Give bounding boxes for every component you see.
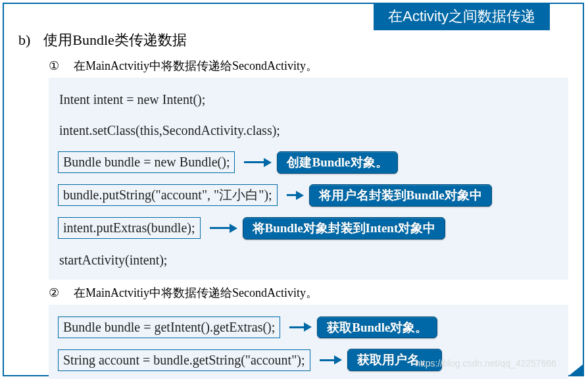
bubble-put-account: 将用户名封装到Bundle对象中 bbox=[309, 184, 492, 207]
arrow-icon bbox=[287, 191, 304, 200]
step2-row: ② 在MainActvitiy中将数据传递给SecondActivity。 bbox=[49, 285, 568, 301]
watermark: https://blog.csdn.net/qq_42257666 bbox=[415, 358, 556, 368]
title-banner: 在Activity之间数据传递 bbox=[374, 3, 550, 30]
code1-l1: Intent intent = new Intent(); bbox=[58, 89, 207, 110]
bubble-put-extras: 将Bundle对象封装到Intent对象中 bbox=[243, 217, 446, 240]
bubble-create-bundle: 创建Bundle对象。 bbox=[277, 151, 397, 174]
code1-l4: bundle.putString("account", "江小白"); bbox=[58, 184, 278, 206]
heading-text: 使用Bundle类传递数据 bbox=[43, 30, 187, 50]
code1-l5: intent.putExtras(bundle); bbox=[58, 217, 201, 239]
code2-l1: Bundle bundle = getIntent().getExtras(); bbox=[58, 316, 280, 338]
arrow-icon bbox=[320, 355, 342, 365]
code1-l3: Bundle bundle = new Bundle(); bbox=[58, 151, 235, 173]
step2-number: ② bbox=[49, 286, 59, 300]
step1-text: 在MainActvitiy中将数据传递给SecondActivity。 bbox=[74, 58, 318, 74]
code-block-1: Intent intent = new Intent(); intent.set… bbox=[49, 78, 568, 280]
arrow-icon bbox=[210, 224, 237, 233]
bubble-get-bundle: 获取Bundle对象。 bbox=[317, 316, 437, 339]
code1-l2: intent.setClass(this,SecondActivity.clas… bbox=[58, 120, 282, 141]
heading-label: b) bbox=[18, 32, 30, 49]
arrow-icon bbox=[289, 322, 312, 332]
code2-l2: String account = bundle.getString("accou… bbox=[58, 349, 310, 371]
step2-text: 在MainActvitiy中将数据传递给SecondActivity。 bbox=[74, 285, 318, 301]
arrow-icon bbox=[244, 158, 272, 167]
code1-l6: startActivity(intent); bbox=[58, 250, 168, 270]
corner-decoration bbox=[570, 365, 583, 375]
step1-row: ① 在MainActvitiy中将数据传递给SecondActivity。 bbox=[49, 58, 568, 74]
step1-number: ① bbox=[49, 59, 59, 73]
heading-row: b) 使用Bundle类传递数据 bbox=[18, 30, 568, 50]
slide-frame: 在Activity之间数据传递 b) 使用Bundle类传递数据 ① 在Main… bbox=[3, 3, 584, 376]
